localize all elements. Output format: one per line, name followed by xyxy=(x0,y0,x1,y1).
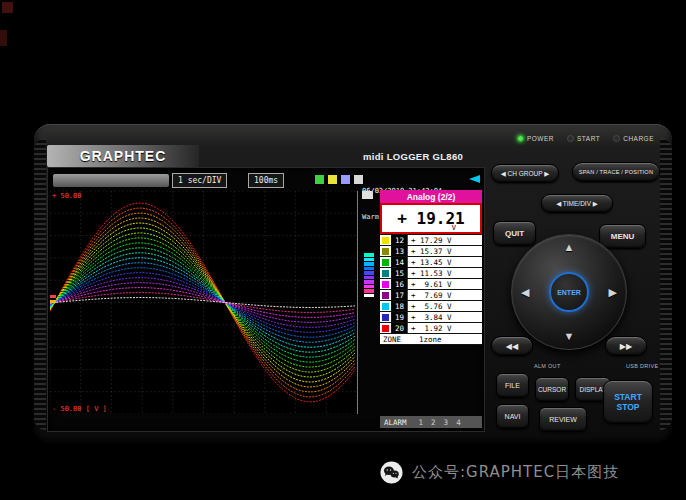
sampling-indicator: 100ms xyxy=(248,173,284,188)
channel-number: 14 xyxy=(392,257,408,267)
navi-button[interactable]: NAVI xyxy=(496,404,529,429)
start-stop-line2: STOP xyxy=(617,402,640,412)
dpad-down-button[interactable]: ▼ xyxy=(564,331,575,342)
trace-marker xyxy=(364,276,374,280)
trace-marker xyxy=(364,253,374,257)
alarm-status-icon xyxy=(327,174,338,185)
alarm-label: ALARM xyxy=(380,418,411,427)
alarm-slot: 4 xyxy=(456,418,461,427)
dpad-up-button[interactable]: ▲ xyxy=(564,242,575,253)
channel-table: 12+ 17.29 V13+ 15.37 V14+ 13.45 V15+ 11.… xyxy=(380,234,482,334)
fast-forward-button[interactable]: ▶▶ xyxy=(605,336,647,356)
file-button[interactable]: FILE xyxy=(496,373,529,398)
device-body: POWERSTARTCHARGE GRAPHTEC midi LOGGER GL… xyxy=(34,124,672,444)
trace-marker xyxy=(364,294,374,298)
channel-row: 16+ 9.61 V xyxy=(380,279,482,290)
channel-chip-cell xyxy=(380,290,392,300)
trace-marker xyxy=(364,258,374,262)
channel-number: 13 xyxy=(392,246,408,256)
screen-top-shade xyxy=(53,174,169,187)
channel-value: + 15.37 V xyxy=(408,246,482,256)
channel-row: 15+ 11.53 V xyxy=(380,268,482,279)
quit-button[interactable]: QUIT xyxy=(493,221,536,246)
led-dot xyxy=(517,135,524,142)
channel-value: + 7.69 V xyxy=(408,290,482,300)
ch-group-button[interactable]: ◀ CH GROUP ▶ xyxy=(491,164,559,183)
led-dot xyxy=(567,135,574,142)
model-label: midi LOGGER GL860 xyxy=(363,151,463,162)
wechat-icon xyxy=(380,461,403,484)
trace-marker xyxy=(364,262,374,266)
review-button[interactable]: REVIEW xyxy=(539,407,587,432)
brand-logo-text: GRAPHTEC xyxy=(80,148,167,164)
group-indicator-box xyxy=(362,191,373,199)
channel-chip-cell xyxy=(380,279,392,289)
channel-color-chip xyxy=(382,270,389,277)
led-charge: CHARGE xyxy=(613,135,654,142)
channel-color-chip xyxy=(382,281,389,288)
trace-marker xyxy=(364,271,374,275)
timediv-indicator: 1 sec/DIV xyxy=(172,173,227,188)
channel-value: + 5.76 V xyxy=(408,301,482,311)
zone-row: ZONE 1zone xyxy=(380,334,482,345)
left-scale-tick xyxy=(50,300,56,303)
channel-value: + 1.92 V xyxy=(408,323,482,333)
corner-artifact xyxy=(2,2,13,13)
enter-button[interactable]: ENTER xyxy=(549,272,589,312)
status-icon-cluster xyxy=(314,174,364,185)
channel-value: + 13.45 V xyxy=(408,257,482,267)
menu-button[interactable]: MENU xyxy=(599,224,646,249)
channel-row: 14+ 13.45 V xyxy=(380,257,482,268)
left-vent-ribs xyxy=(34,138,46,430)
channel-chip-cell xyxy=(380,301,392,311)
dpad-right-button[interactable]: ▶ xyxy=(609,287,617,298)
channel-row: 17+ 7.69 V xyxy=(380,290,482,301)
channel-color-chip xyxy=(382,292,389,299)
cursor-button[interactable]: CURSOR xyxy=(535,377,569,402)
alarm-slot: 2 xyxy=(431,418,436,427)
brand-logo: GRAPHTEC xyxy=(47,145,199,167)
rewind-button[interactable]: ◀◀ xyxy=(491,336,533,356)
channel-row: 13+ 15.37 V xyxy=(380,246,482,257)
channel-number: 15 xyxy=(392,268,408,278)
channel-row: 18+ 5.76 V xyxy=(380,301,482,312)
trace-marker-column xyxy=(360,191,380,414)
led-dot xyxy=(613,135,620,142)
trace-marker xyxy=(364,285,374,289)
waveform-svg xyxy=(50,191,357,414)
trace-marker xyxy=(364,280,374,284)
channel-row: 20+ 1.92 V xyxy=(380,323,482,334)
channel-chip-cell xyxy=(380,268,392,278)
y-min-label: - 50.00 [ V ] xyxy=(52,405,107,413)
channel-row: 19+ 3.84 V xyxy=(380,312,482,323)
directional-pad: ▲ ▼ ◀ ▶ ENTER xyxy=(511,234,627,350)
alarm-slot: 1 xyxy=(419,418,424,427)
channel-color-chip xyxy=(382,259,389,266)
led-power: POWER xyxy=(517,135,554,142)
channel-value: + 9.61 V xyxy=(408,279,482,289)
left-scale-tick xyxy=(50,295,56,298)
alarm-bar: ALARM 1234 xyxy=(380,416,482,428)
channel-row: 12+ 17.29 V xyxy=(380,235,482,246)
trace-marker xyxy=(364,289,374,293)
channel-color-chip xyxy=(382,325,389,332)
zone-label: ZONE xyxy=(380,335,419,344)
waveform-display: + 50.00 - 50.00 [ V ] xyxy=(50,191,358,414)
trace-marker-stack xyxy=(364,253,374,297)
channel-number: 18 xyxy=(392,301,408,311)
channel-chip-cell xyxy=(380,323,392,333)
led-label: START xyxy=(577,135,600,142)
start-stop-button[interactable]: START STOP xyxy=(603,380,653,424)
display-status-icon xyxy=(340,174,351,185)
lcd-screen: 1 sec/DIV 100ms 06/03/2010 21:42:04 Warm… xyxy=(47,167,485,432)
right-vent-ribs xyxy=(660,138,672,430)
channel-color-chip xyxy=(382,237,389,244)
time-div-button[interactable]: ◀ TIME/DIV ▶ xyxy=(541,194,613,213)
led-start: START xyxy=(567,135,600,142)
channel-chip-cell xyxy=(380,257,392,267)
caption-text: 公众号:GRAPHTEC日本图技 xyxy=(412,463,619,482)
channel-value: + 3.84 V xyxy=(408,312,482,322)
usb-drive-label: USB DRIVE xyxy=(626,363,658,369)
span-trace-position-button[interactable]: SPAN / TRACE / POSITION xyxy=(572,162,660,182)
dpad-left-button[interactable]: ◀ xyxy=(521,287,529,298)
